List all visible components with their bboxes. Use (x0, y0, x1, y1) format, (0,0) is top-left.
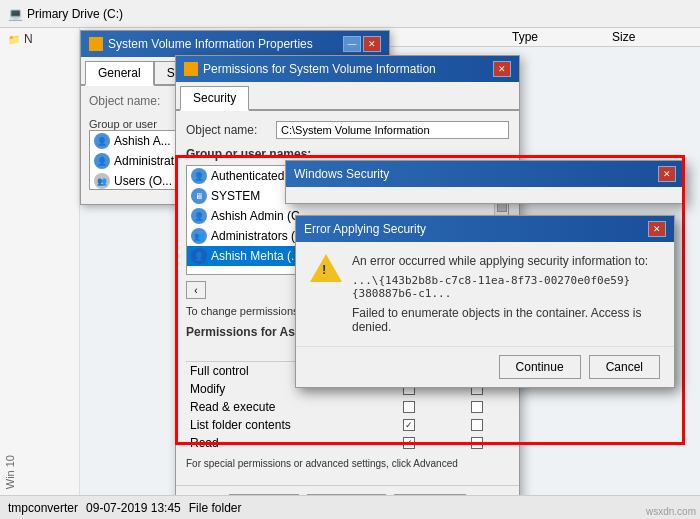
group-user-label: Group or user names: (186, 147, 509, 161)
col-size-header: Size (612, 30, 692, 44)
warning-icon (310, 254, 342, 286)
user-name-users: Users (O... (114, 174, 172, 188)
error-text-area: An error occurred while applying securit… (352, 254, 660, 334)
error-title-text: Error Applying Security (304, 222, 426, 236)
svi-close-btn[interactable]: ✕ (363, 36, 381, 52)
perm-close-btn[interactable]: ✕ (493, 61, 511, 77)
object-name-label: Object name: (186, 123, 276, 137)
winsec-body-placeholder (286, 187, 684, 203)
error-body: An error occurred while applying securit… (296, 242, 674, 346)
winsec-titlebar-controls: ✕ (658, 166, 676, 182)
svi-titlebar-controls: — ✕ (343, 36, 381, 52)
tab-security[interactable]: Security (180, 86, 249, 111)
perm-row-read: Read (186, 434, 509, 452)
bottom-item-0: tmpconverter (8, 501, 78, 515)
perm-allow-list-folder[interactable] (403, 419, 415, 431)
desktop-background: 💻 Primary Drive (C:) 📁 N Name Type Size … (0, 0, 700, 519)
windows-security-dialog: Windows Security ✕ (285, 160, 685, 204)
svi-title-text: System Volume Information Properties (108, 37, 343, 51)
user-icon-admin: 👤 (94, 153, 110, 169)
watermark: wsxdn.com (646, 506, 696, 517)
winsec-title-text: Windows Security (294, 167, 389, 181)
nav-prev-btn[interactable]: ‹ (186, 281, 206, 299)
svi-object-label: Object name: (89, 94, 169, 108)
object-name-row: Object name: C:\System Volume Informatio… (186, 121, 509, 139)
error-path: ...\{143b2b8b-c7c8-11ea-8f73-00270e0f0e5… (352, 274, 660, 300)
user-icon-auth: 👤 (191, 168, 207, 184)
error-titlebar-controls: ✕ (648, 221, 666, 237)
perm-row-read-exec: Read & execute (186, 398, 509, 416)
perm-tab-bar: Security (176, 82, 519, 111)
warning-triangle (310, 254, 342, 282)
user-name-admin: Administrat... (114, 154, 184, 168)
perm-deny-list-folder[interactable] (471, 419, 483, 431)
perm-titlebar-controls: ✕ (493, 61, 511, 77)
user-name-ashish-mehta: Ashish Mehta (... (211, 249, 301, 263)
perm-allow-read-exec[interactable] (403, 401, 415, 413)
user-icon-ashish-mehta: 👤 (191, 248, 207, 264)
error-titlebar: Error Applying Security ✕ (296, 216, 674, 242)
user-icon-users: 👥 (94, 173, 110, 189)
perm-allow-read[interactable] (403, 437, 415, 449)
user-name-system: SYSTEM (211, 189, 260, 203)
svi-minimize-btn[interactable]: — (343, 36, 361, 52)
path-text: Primary Drive (C:) (27, 7, 123, 21)
sidebar-icon: 📁 (8, 34, 20, 45)
path-icon: 💻 (8, 7, 23, 21)
error-applying-security-dialog: Error Applying Security ✕ An error occur… (295, 215, 675, 388)
col-type-header: Type (512, 30, 612, 44)
perm-title-icon (184, 62, 198, 76)
perm-name-read: Read (186, 434, 375, 452)
error-detail-text: Failed to enumerate objects in the conta… (352, 306, 660, 334)
perm-name-list-folder: List folder contents (186, 416, 375, 434)
error-dialog-buttons: Continue Cancel (296, 346, 674, 387)
perm-deny-read[interactable] (471, 437, 483, 449)
bottom-item-1: 09-07-2019 13:45 (86, 501, 181, 515)
winsec-close-btn[interactable]: ✕ (658, 166, 676, 182)
svi-props-titlebar: System Volume Information Properties — ✕ (81, 31, 389, 57)
explorer-sidebar: 📁 N (0, 28, 80, 519)
perm-name-read-exec: Read & execute (186, 398, 375, 416)
error-continue-btn[interactable]: Continue (499, 355, 581, 379)
bottom-status-bar: tmpconverter 09-07-2019 13:45 File folde… (0, 495, 700, 519)
user-icon-administrators: 👥 (191, 228, 207, 244)
winsec-titlebar: Windows Security ✕ (286, 161, 684, 187)
special-perm-text: For special permissions or advanced sett… (186, 458, 509, 469)
sidebar-item-n[interactable]: 📁 N (0, 28, 79, 50)
perm-row-list-folder: List folder contents (186, 416, 509, 434)
error-cancel-btn[interactable]: Cancel (589, 355, 660, 379)
error-main-text: An error occurred while applying securit… (352, 254, 660, 268)
user-icon-system: 🖥 (191, 188, 207, 204)
perm-title-text: Permissions for System Volume Informatio… (203, 62, 493, 76)
user-icon-ashish-a: 👤 (94, 133, 110, 149)
perm-deny-read-exec[interactable] (471, 401, 483, 413)
win10-label: Win 10 (4, 455, 16, 489)
explorer-path-bar: 💻 Primary Drive (C:) (0, 0, 700, 28)
user-icon-ashish-admin: 👤 (191, 208, 207, 224)
object-name-value: C:\System Volume Information (276, 121, 509, 139)
tab-general[interactable]: General (85, 61, 154, 86)
error-close-btn[interactable]: ✕ (648, 221, 666, 237)
user-name-ashish-a: Ashish A... (114, 134, 171, 148)
bottom-item-2: File folder (189, 501, 242, 515)
permissions-titlebar: Permissions for System Volume Informatio… (176, 56, 519, 82)
sidebar-item-label: N (24, 32, 33, 46)
svi-title-icon (89, 37, 103, 51)
